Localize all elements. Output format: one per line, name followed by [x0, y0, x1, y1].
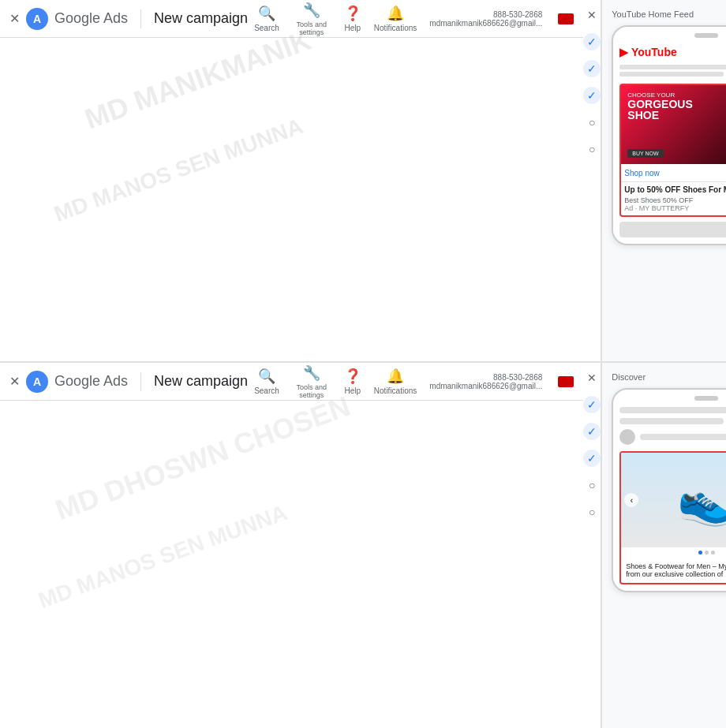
search-nav[interactable]: 🔍 Search: [254, 5, 279, 32]
discover-meta-row: [619, 429, 726, 445]
help-icon-2: ❓: [344, 368, 361, 385]
watermark-1: MD MANIKMANIK: [80, 24, 316, 136]
yt-content-placeholder: [619, 65, 726, 77]
sidebar-icon-3[interactable]: ✓: [583, 60, 601, 77]
ad-overlay-text: CHOOSE YOUR GORGEOUSSHOE: [627, 91, 692, 121]
search-icon: 🔍: [258, 5, 275, 22]
ad-buy-button: BUY NOW: [627, 149, 663, 158]
discover-prev-button[interactable]: ‹: [624, 493, 638, 507]
user-info: 888-530-2868 mdmanikmanik686626@gmail...: [429, 10, 542, 28]
search-label: Search: [254, 24, 279, 32]
discover-img-bg: 👟 ‹ ›: [621, 453, 726, 547]
search-label-2: Search: [254, 386, 279, 395]
discover-line-2: [619, 418, 724, 424]
help-icon: ❓: [344, 5, 361, 22]
shop-now-text: Shop now: [624, 169, 659, 177]
tools-nav-2[interactable]: 🔧 Tools and settings: [292, 364, 331, 399]
watermark-4: MD MANOS SEN MUNNA: [36, 500, 291, 614]
left-sidebar-2: ✕ ✓ ✓ ✓ ○ ○: [583, 363, 601, 728]
yt-header: ▶ YouTube: [619, 44, 726, 60]
user-phone-2: 888-530-2868: [493, 373, 542, 382]
sidebar2-icon-4[interactable]: ✓: [583, 450, 601, 467]
ad-subtitle: Best Shoes 50% OFF: [624, 196, 726, 204]
sidebar2-icon-3[interactable]: ✓: [583, 423, 601, 440]
discover-ad-card: 👟 ‹ › Shoes & Footwear for Men – MyButte…: [619, 451, 726, 584]
discover-shoe-img: 👟: [677, 472, 726, 528]
campaign-title-2: New campaign: [154, 373, 248, 390]
yt-line-1: [619, 65, 726, 69]
sidebar-icon-2[interactable]: ✓: [583, 33, 601, 50]
sidebar-icon-1[interactable]: ✕: [583, 6, 601, 24]
sidebar-icon-6[interactable]: ○: [583, 140, 601, 158]
tools-nav[interactable]: 🔧 Tools and settings: [292, 2, 331, 36]
google-ads-logo: A: [26, 8, 48, 30]
sidebar2-icon-5[interactable]: ○: [583, 476, 601, 494]
help-nav[interactable]: ❓ Help: [344, 5, 361, 32]
tools-label-2: Tools and settings: [292, 383, 331, 399]
notifications-label-2: Notifications: [374, 386, 417, 395]
ad-title: Up to 50% OFF Shoes For Men: [624, 185, 726, 194]
user-email-2: mdmanikmanik686626@gmail...: [429, 382, 542, 390]
bell-icon-2: 🔔: [387, 368, 404, 385]
bell-icon: 🔔: [387, 5, 404, 22]
campaign-title: New campaign: [154, 10, 248, 27]
watermark-3: MD DHOSWN CHOSEN: [51, 390, 355, 527]
discover-avatar: [619, 429, 635, 445]
sidebar2-icon-6[interactable]: ○: [583, 503, 601, 521]
yt-line-2: [619, 72, 724, 77]
discover-description: Shoes & Footwear for Men – MyButterfly |…: [621, 558, 726, 583]
ad-description: Up to 50% OFF Shoes For Men ⋮ Best Shoes…: [621, 181, 726, 215]
search-nav-2[interactable]: 🔍 Search: [254, 368, 279, 395]
help-label-2: Help: [345, 386, 361, 395]
brand-name-2: Google Ads: [54, 373, 128, 390]
more-content-placeholder: [619, 222, 726, 237]
phone-mockup-2: 👟 ‹ › Shoes & Footwear for Men – MyButte…: [612, 388, 726, 592]
shoe-background: CHOOSE YOUR GORGEOUSSHOE 👟 BUY NOW: [621, 85, 726, 164]
country-flag-2: [558, 376, 574, 387]
search-icon-2: 🔍: [258, 368, 275, 385]
sidebar-icon-5[interactable]: ○: [583, 114, 601, 131]
topbar-divider-2: [140, 372, 141, 391]
discover-line-1: [619, 407, 726, 413]
discover-meta-line: [640, 434, 726, 440]
brand-name: Google Ads: [54, 10, 128, 27]
phone-mockup: ▶ YouTube CHOOSE YOUR GORGEOUSSHOE: [612, 25, 726, 245]
tools-icon: 🔧: [303, 2, 320, 19]
google-ads-logo-2: A: [26, 371, 48, 393]
discover-label: Discover: [612, 372, 646, 382]
ad-image-area: CHOOSE YOUR GORGEOUSSHOE 👟 BUY NOW: [621, 85, 726, 164]
notifications-label: Notifications: [374, 24, 417, 32]
phone-notch: [694, 33, 718, 38]
sidebar-icon-4[interactable]: ✓: [583, 87, 601, 104]
discover-dots: [621, 547, 726, 558]
preview-area: YouTube Home Feed ▶ YouTube: [601, 0, 726, 361]
close-button-2[interactable]: ✕: [9, 374, 20, 389]
dot-1: [698, 551, 702, 554]
shop-now-row: Shop now ⤤: [621, 164, 726, 181]
ad-tag: Ad · MY BUTTERFY: [624, 204, 726, 212]
preview-area-2: Discover 👟 ‹ ›: [601, 363, 726, 728]
dot-2: [705, 551, 709, 554]
user-email: mdmanikmanik686626@gmail...: [429, 19, 542, 28]
help-nav-2[interactable]: ❓ Help: [344, 368, 361, 395]
topbar-divider: [140, 9, 141, 28]
help-label: Help: [345, 24, 361, 32]
svg-text:A: A: [33, 13, 41, 25]
tools-label: Tools and settings: [292, 21, 331, 36]
notifications-nav-2[interactable]: 🔔 Notifications: [374, 368, 417, 395]
svg-text:A: A: [33, 375, 41, 388]
sidebar2-icon-2[interactable]: ✓: [583, 396, 601, 413]
country-flag: [558, 13, 574, 24]
left-sidebar: ✕ ✓ ✓ ✓ ○ ○: [583, 0, 601, 361]
discover-image-area: 👟 ‹ ›: [621, 453, 726, 547]
notifications-nav[interactable]: 🔔 Notifications: [374, 5, 417, 32]
dot-3: [711, 551, 715, 554]
ad-card: CHOOSE YOUR GORGEOUSSHOE 👟 BUY NOW Shop …: [619, 84, 726, 217]
close-button[interactable]: ✕: [9, 11, 20, 26]
watermark-2: MD MANOS SEN MUNNA: [51, 114, 307, 227]
preview-label: YouTube Home Feed: [612, 9, 694, 19]
user-info-2: 888-530-2868 mdmanikmanik686626@gmail...: [429, 373, 542, 390]
youtube-logo: ▶ YouTube: [619, 46, 676, 58]
sidebar2-icon-1[interactable]: ✕: [583, 369, 601, 386]
ad-gorgeous-text: GORGEOUSSHOE: [627, 99, 692, 121]
